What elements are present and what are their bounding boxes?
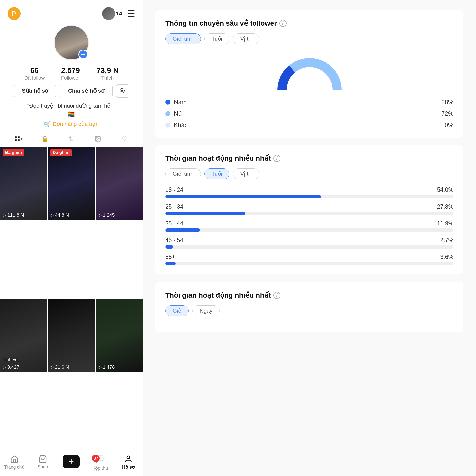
bar-35-44: 35 - 44 11.9% bbox=[165, 220, 453, 232]
bar-pct-55plus: 3.6% bbox=[440, 254, 453, 260]
top-bar: P 14 ☰ bbox=[0, 0, 143, 23]
likes-label: Thích bbox=[101, 75, 114, 81]
svg-point-10 bbox=[127, 456, 130, 459]
filter-gio[interactable]: Giờ bbox=[165, 305, 189, 316]
filter-ngay[interactable]: Ngày bbox=[192, 305, 220, 316]
add-avatar-button[interactable]: + bbox=[78, 50, 88, 59]
legend-dot-khac bbox=[165, 123, 170, 128]
video-item[interactable]: Đã ghim ▷111,8 N bbox=[0, 147, 47, 220]
bar-label-25-34: 25 - 34 bbox=[165, 203, 183, 210]
play-count: ▷21,6 N bbox=[50, 364, 69, 370]
likes-count: 73,9 N bbox=[96, 66, 118, 75]
play-count: ▷44,8 N bbox=[50, 212, 69, 218]
video-item[interactable]: ▷21,6 N bbox=[48, 299, 95, 372]
share-profile-button[interactable]: Chia sẻ hồ sơ bbox=[60, 85, 113, 97]
nav-plus-button[interactable]: + bbox=[63, 455, 80, 468]
bar-25-34: 25 - 34 27.8% bbox=[165, 203, 453, 215]
video-item[interactable]: Tình yê... ▷9.427 bbox=[0, 299, 47, 372]
filter-gender[interactable]: Giới tính bbox=[165, 33, 201, 44]
nav-shop-label: Shop bbox=[38, 464, 48, 470]
bar-pct-25-34: 27.8% bbox=[437, 203, 453, 210]
order-link[interactable]: 🛒 Đơn hàng của bạn bbox=[44, 121, 99, 127]
stat-follower[interactable]: 2.579 Follower bbox=[53, 66, 88, 81]
activity2-filter-row: Giờ Ngày bbox=[165, 305, 453, 316]
nav-profile[interactable]: Hồ sơ bbox=[114, 455, 143, 471]
bar-fill-25-34 bbox=[165, 212, 245, 215]
bio-text: "Đọc truyện bl,nuôi dưỡng tâm hồn" 🏳️‍🌈 bbox=[27, 102, 116, 119]
video-item[interactable]: ▷1.478 bbox=[96, 299, 143, 372]
tab-private[interactable]: 🔒 bbox=[32, 132, 58, 146]
pinned-badge: Đã ghim bbox=[3, 149, 24, 156]
follower-insights-card: Thông tin chuyên sâu về follower i Giới … bbox=[155, 10, 463, 138]
svg-rect-6 bbox=[18, 139, 20, 141]
svg-rect-4 bbox=[18, 136, 20, 138]
following-count: 66 bbox=[30, 66, 39, 75]
legend-pct-nam: 28% bbox=[441, 99, 453, 106]
tabs-row: ▾ 🔒 ⇅ ♡ bbox=[0, 132, 143, 146]
play-count: ▷1.245 bbox=[98, 212, 115, 218]
p-badge: P bbox=[8, 7, 21, 20]
play-count: ▷9.427 bbox=[3, 364, 19, 370]
bar-45-54: 45 - 54 2.7% bbox=[165, 237, 453, 249]
filter-age[interactable]: Tuổi bbox=[204, 33, 230, 44]
stats-row: 66 Đã follow 2.579 Follower 73,9 N Thích bbox=[16, 66, 126, 81]
video-item[interactable]: ▷1.245 bbox=[96, 147, 143, 220]
avatar-small-top[interactable] bbox=[102, 7, 115, 20]
nav-home-label: Trang chủ bbox=[4, 464, 24, 470]
stat-following[interactable]: 66 Đã follow bbox=[16, 66, 53, 81]
left-panel: P 14 ☰ + 66 Đã follow 2.579 bbox=[0, 0, 143, 476]
avatar-notif-wrap: 14 bbox=[102, 7, 122, 20]
menu-icon[interactable]: ☰ bbox=[127, 8, 135, 19]
legend-dot-nu bbox=[165, 111, 170, 116]
legend-nu: Nữ 72% bbox=[165, 110, 453, 117]
avatar-large-wrap: + bbox=[54, 25, 89, 60]
activity-filter-row: Giới tính Tuổi Vị trí bbox=[165, 168, 453, 179]
donut-chart bbox=[274, 51, 345, 91]
video-grid: Đã ghim ▷111,8 N Đã ghim ▷44,8 N ▷1.245 … bbox=[0, 146, 143, 451]
bar-55plus: 55+ 3.6% bbox=[165, 254, 453, 265]
filter-activity-location[interactable]: Vị trí bbox=[233, 168, 259, 179]
nav-home[interactable]: Trang chủ bbox=[0, 455, 29, 471]
right-panel: Thông tin chuyên sâu về follower i Giới … bbox=[143, 0, 476, 476]
legend-khac: Khác 0% bbox=[165, 122, 453, 129]
video-item[interactable]: Đã ghim ▷44,8 N bbox=[48, 147, 95, 220]
action-buttons: Sửa hồ sơ Chia sẻ hồ sơ bbox=[14, 84, 129, 98]
legend-label-nu: Nữ bbox=[174, 110, 182, 117]
legend-label-nam: Nam bbox=[174, 99, 187, 106]
following-label: Đã follow bbox=[24, 75, 45, 81]
info-icon-3[interactable]: i bbox=[273, 292, 280, 299]
bar-pct-45-54: 2.7% bbox=[440, 237, 453, 244]
play-count: ▷111,8 N bbox=[3, 212, 24, 218]
bar-track-18-24 bbox=[165, 195, 453, 198]
filter-location[interactable]: Vị trí bbox=[233, 33, 259, 44]
tab-grid[interactable]: ▾ bbox=[5, 132, 32, 146]
video-overlay-text: Tình yê... bbox=[3, 357, 21, 362]
top-bar-right: 14 ☰ bbox=[102, 7, 135, 20]
svg-rect-5 bbox=[15, 139, 17, 141]
tab-liked[interactable]: ♡ bbox=[111, 132, 138, 146]
add-friend-button[interactable] bbox=[116, 84, 129, 98]
info-icon-2[interactable]: i bbox=[273, 155, 280, 162]
activity-time-title-2: Thời gian hoạt động nhiều nhất i bbox=[165, 291, 453, 299]
nav-shop[interactable]: Shop bbox=[29, 455, 57, 471]
bar-label-45-54: 45 - 54 bbox=[165, 237, 183, 244]
stat-likes[interactable]: 73,9 N Thích bbox=[88, 66, 126, 81]
tab-repost[interactable]: ⇅ bbox=[58, 132, 85, 146]
inbox-badge: 37 bbox=[92, 455, 100, 462]
top-bar-left: P bbox=[8, 7, 21, 20]
filter-activity-gender[interactable]: Giới tính bbox=[165, 168, 201, 179]
bar-fill-18-24 bbox=[165, 195, 321, 198]
follower-insights-title: Thông tin chuyên sâu về follower i bbox=[165, 19, 453, 27]
svg-point-8 bbox=[97, 138, 97, 138]
legend-row: Nam 28% Nữ 72% Khác 0% bbox=[165, 99, 453, 129]
filter-activity-age[interactable]: Tuổi bbox=[204, 168, 230, 179]
edit-profile-button[interactable]: Sửa hồ sơ bbox=[14, 85, 56, 97]
tab-photo[interactable] bbox=[84, 132, 111, 146]
info-icon[interactable]: i bbox=[279, 20, 287, 27]
nav-inbox[interactable]: 37 Hộp thư bbox=[85, 455, 114, 471]
follower-label: Follower bbox=[61, 75, 80, 81]
legend-dot-nam bbox=[165, 100, 170, 105]
nav-plus[interactable]: + bbox=[57, 455, 86, 471]
svg-point-0 bbox=[121, 88, 123, 91]
nav-inbox-label: Hộp thư bbox=[92, 465, 108, 471]
